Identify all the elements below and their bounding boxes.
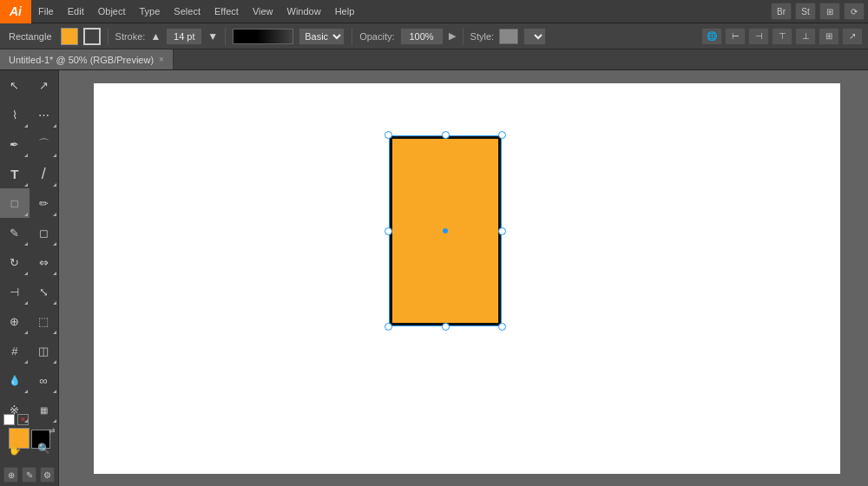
tool-row-5: □ ✏ [0, 188, 58, 218]
tool-row-bottom1: ✋ 🔍 [0, 434, 58, 463]
separator-1 [108, 28, 108, 45]
transform-tool[interactable]: ⤡ [30, 277, 59, 306]
align-btn3[interactable]: ⊤ [772, 28, 792, 45]
direct-select-tool[interactable]: ↗ [30, 70, 59, 100]
center-point [443, 228, 448, 233]
paintbrush-tool[interactable]: ✏ [30, 188, 59, 218]
right-options: 🌐 ⊢ ⊣ ⊤ ⊥ ⊞ ↗ [701, 28, 863, 45]
mirror-tool[interactable]: ⇔ [30, 247, 59, 277]
tab-close-btn[interactable]: × [159, 55, 164, 64]
menu-items: File Edit Object Type Select Effect View… [31, 0, 361, 23]
bridge-btn[interactable]: Br [771, 3, 792, 20]
menu-view[interactable]: View [246, 0, 280, 23]
tool-label: Rectangle [5, 31, 56, 42]
align-btn1[interactable]: ⊢ [725, 28, 746, 45]
width-tool[interactable]: ⊣ [0, 277, 30, 306]
tool-row-2: ⌇ ⋯ [0, 100, 58, 129]
align-btn2[interactable]: ⊣ [748, 28, 769, 45]
handle-top-left[interactable] [385, 131, 392, 139]
curvature-tool[interactable]: ⌒ [30, 129, 59, 159]
handle-mid-right[interactable] [498, 227, 506, 235]
artboard [94, 83, 840, 474]
grid-btn[interactable]: ⊞ [819, 3, 840, 20]
magic-wand-tool[interactable]: ⋯ [30, 100, 59, 129]
stroke-preview[interactable] [233, 29, 293, 44]
stroke-arrow-down[interactable]: ▼ [207, 30, 218, 43]
stock-btn[interactable]: St [795, 3, 816, 20]
color-area: ✕ ⇄ [0, 424, 59, 434]
stroke-size-input[interactable] [166, 28, 202, 45]
stroke-color-box[interactable] [83, 28, 101, 45]
menu-edit[interactable]: Edit [61, 0, 91, 23]
gradient-tool[interactable]: ◫ [30, 336, 59, 365]
tool-row-11: 💧 ∞ [0, 365, 58, 395]
handle-bottom-left[interactable] [385, 323, 392, 331]
align-btn4[interactable]: ⊥ [795, 28, 816, 45]
opacity-input[interactable] [400, 28, 444, 45]
opacity-label: Opacity: [359, 31, 394, 42]
lasso-tool[interactable]: ⌇ [0, 100, 30, 129]
rectangle-tool[interactable]: □ [0, 188, 30, 218]
handle-bottom-mid[interactable] [442, 323, 450, 331]
eyedropper-tool[interactable]: 💧 [0, 365, 30, 395]
edit-btn[interactable]: ✎ [22, 467, 36, 483]
menu-object[interactable]: Object [91, 0, 133, 23]
menu-window[interactable]: Window [280, 0, 328, 23]
style-color-swatch[interactable] [499, 29, 518, 44]
menu-right: Br St ⊞ ⟳ [771, 3, 868, 20]
document-tab[interactable]: Untitled-1* @ 50% (RGB/Preview) × [0, 49, 174, 69]
pencil-tool[interactable]: ✎ [0, 218, 30, 247]
handle-bottom-right[interactable] [498, 323, 506, 331]
small-swatches: ✕ [3, 414, 29, 425]
line-tool[interactable]: / [30, 159, 59, 188]
share-btn[interactable]: ↗ [842, 28, 863, 45]
tab-bar: Untitled-1* @ 50% (RGB/Preview) × [0, 49, 868, 70]
shape-builder-tool[interactable]: ⊕ [0, 306, 30, 336]
stroke-arrow-up[interactable]: ▲ [150, 30, 161, 43]
separator-3 [352, 28, 352, 45]
perspective-tool[interactable]: ⬚ [30, 306, 59, 336]
options-bar: Rectangle Stroke: ▲ ▼ Basic Opacity: ▶ S… [0, 23, 868, 49]
handle-top-mid[interactable] [442, 131, 450, 139]
settings-btn[interactable]: ⚙ [40, 467, 55, 483]
type-tool[interactable]: T [0, 159, 30, 188]
hand-tool[interactable]: ✋ [0, 434, 30, 463]
extras-btn[interactable]: ⊕ [3, 467, 18, 483]
zoom-tool[interactable]: 🔍 [30, 434, 59, 463]
none-swatch[interactable]: ✕ [17, 414, 29, 425]
stroke-style-select[interactable]: Basic [299, 28, 345, 45]
handle-mid-left[interactable] [385, 227, 392, 235]
mesh-tool[interactable]: # [0, 336, 30, 365]
handle-top-right[interactable] [498, 131, 506, 139]
menu-effect[interactable]: Effect [207, 0, 246, 23]
eraser-tool[interactable]: ◻ [30, 218, 59, 247]
style-select[interactable] [523, 28, 546, 45]
separator-4 [463, 28, 464, 45]
menu-select[interactable]: Select [167, 0, 207, 23]
blend-tool[interactable]: ∞ [30, 365, 59, 395]
selection-overlay [389, 135, 502, 326]
rotate-tool[interactable]: ↻ [0, 247, 30, 277]
style-label: Style: [470, 31, 495, 42]
opacity-arrow[interactable]: ▶ [449, 30, 456, 42]
fill-color-swatch[interactable] [61, 28, 78, 45]
pen-tool[interactable]: ✒ [0, 129, 30, 159]
white-swatch[interactable] [3, 414, 15, 425]
menu-help[interactable]: Help [328, 0, 362, 23]
select-tool[interactable]: ↖ [0, 70, 30, 100]
align-btn5[interactable]: ⊞ [819, 28, 839, 45]
toolbar: ↖ ↗ ⌇ ⋯ ✒ ⌒ T / □ ✏ ✎ ◻ ↻ ⇔ ⊣ ⤡ [0, 70, 59, 486]
menu-file[interactable]: File [31, 0, 61, 23]
tool-row-3: ✒ ⌒ [0, 129, 58, 159]
sync-btn[interactable]: ⟳ [844, 3, 865, 20]
menu-type[interactable]: Type [133, 0, 168, 23]
tool-row-1: ↖ ↗ [0, 70, 58, 100]
tool-row-8: ⊣ ⤡ [0, 277, 58, 306]
canvas-area[interactable] [59, 70, 868, 486]
globe-btn[interactable]: 🌐 [701, 28, 722, 45]
stroke-label: Stroke: [115, 31, 146, 42]
chart-tool[interactable]: ▦ [30, 395, 59, 424]
tab-title: Untitled-1* @ 50% (RGB/Preview) [9, 55, 154, 65]
tool-row-9: ⊕ ⬚ [0, 306, 58, 336]
separator-2 [225, 28, 226, 45]
